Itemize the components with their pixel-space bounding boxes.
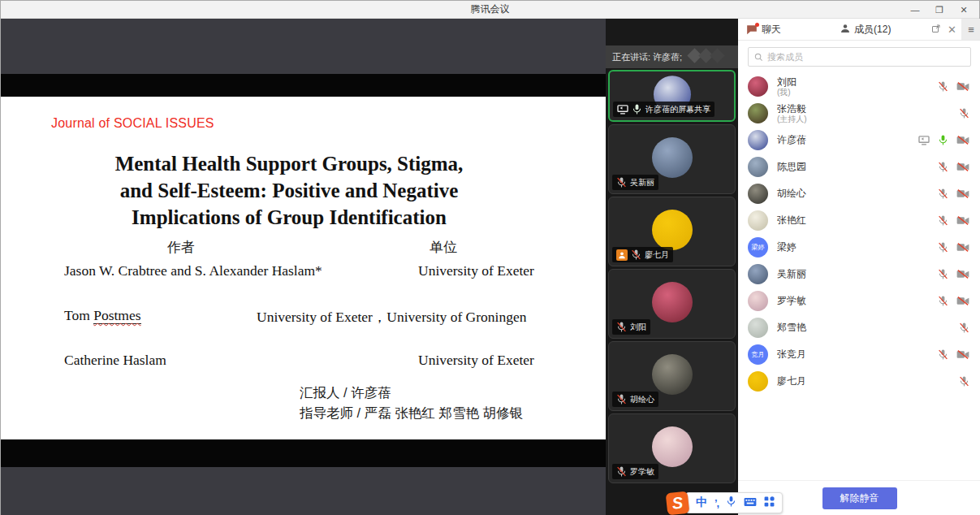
speaking-label: 正在讲话: 许彦蓓; (612, 51, 682, 63)
avatar (748, 210, 768, 231)
participant-chip-icon (616, 249, 628, 261)
misspelled-word: Postmes (93, 307, 140, 324)
unmute-button[interactable]: 解除静音 (822, 487, 897, 509)
member-row[interactable]: 张艳红 (738, 207, 980, 234)
members-icon (840, 24, 850, 36)
avatar: 梁婷 (748, 237, 768, 258)
member-row[interactable]: 罗学敏 (738, 288, 980, 314)
member-row[interactable]: 廖七月 (738, 368, 980, 395)
member-name: 郑雪艳 (777, 322, 959, 333)
participant-name: 许彦蓓的屏幕共享 (645, 104, 710, 115)
video-tile[interactable]: 刘阳 (608, 269, 736, 339)
avatar (652, 354, 693, 395)
mic-muted-icon (616, 393, 627, 405)
member-row[interactable]: 张浩毅(主持人) (738, 100, 980, 127)
slide-letterbox-top (1, 74, 606, 97)
ime-mic-icon[interactable] (726, 496, 736, 511)
popout-icon[interactable] (931, 22, 941, 37)
mic-muted-icon (616, 176, 627, 188)
member-row[interactable]: 吴新丽 (738, 261, 980, 288)
member-row[interactable]: 许彦蓓 (738, 127, 980, 154)
member-list: 刘阳(我)张浩毅(主持人)许彦蓓陈思园胡绘心张艳红梁婷梁婷吴新丽罗学敏郑雪艳竞月… (738, 71, 980, 480)
member-row[interactable]: 胡绘心 (738, 180, 980, 207)
camera-off-icon (956, 349, 969, 360)
ime-punctuation-icon[interactable]: ’, (714, 497, 719, 509)
tile-name-label: 吴新丽 (612, 175, 658, 190)
member-name: 张竞月 (777, 349, 938, 360)
tile-name-label: 胡绘心 (612, 392, 658, 407)
member-row[interactable]: 陈思园 (738, 154, 980, 180)
mic-muted-icon (938, 295, 948, 307)
member-status-icons (938, 161, 969, 173)
close-button[interactable]: ✕ (952, 1, 976, 19)
video-tile[interactable]: 胡绘心 (608, 341, 736, 411)
camera-off-icon (956, 269, 969, 279)
member-name: 刘阳 (777, 77, 938, 88)
video-tile[interactable]: 吴新丽 (608, 124, 736, 194)
member-status-icons (959, 375, 969, 387)
avatar (748, 264, 768, 284)
search-input[interactable] (767, 52, 965, 62)
slide-title-line3: Implications of Group Identification (21, 204, 557, 231)
slide-letterbox-bottom (1, 439, 606, 467)
video-thumbnail-column: 正在讲话: 许彦蓓; 许彦蓓的屏幕共享吴新丽廖七月刘阳胡绘心罗学敏 (606, 19, 738, 515)
presentation-slide: Journal of SOCIAL ISSUES Mental Health S… (1, 97, 606, 439)
video-tile[interactable]: 廖七月 (608, 197, 736, 266)
main-area: Journal of SOCIAL ISSUES Mental Health S… (1, 19, 980, 515)
ime-pill: 中 ’, (685, 492, 783, 513)
notification-dot (755, 23, 759, 27)
member-row[interactable]: 竞月张竞月 (738, 341, 980, 368)
panel-menu-button[interactable]: ≡ (961, 19, 980, 40)
sogou-logo-icon[interactable]: S (666, 491, 690, 515)
member-name: 罗学敏 (777, 296, 938, 306)
video-tile[interactable]: 许彦蓓的屏幕共享 (608, 70, 736, 122)
author-header: 作者 (167, 238, 195, 257)
panel-window-icons: ✕ (926, 19, 961, 40)
video-tile[interactable]: 罗学敏 (608, 413, 736, 483)
member-status-icons (938, 241, 969, 253)
tab-members[interactable]: 成员(12) (832, 19, 926, 40)
ime-toolbox-icon[interactable] (764, 496, 775, 510)
mic-muted-icon (938, 241, 948, 253)
meeting-window: 腾讯会议 — ❐ ✕ Journal of SOCIAL ISSUES Ment… (0, 0, 980, 515)
tab-chat[interactable]: 聊天 (738, 19, 832, 40)
mic-muted-icon (938, 80, 948, 93)
mic-icon (632, 103, 642, 115)
member-row[interactable]: 郑雪艳 (738, 314, 980, 341)
member-row[interactable]: 刘阳(我) (738, 73, 980, 100)
mic-muted-icon (616, 465, 627, 478)
tab-members-label: 成员(12) (854, 23, 891, 37)
mic-muted-icon (959, 107, 969, 119)
member-status-icons (918, 134, 969, 146)
camera-off-icon (956, 188, 969, 199)
member-status-icons (938, 295, 969, 307)
mic-muted-icon (938, 214, 948, 227)
minimize-button[interactable]: — (903, 1, 927, 19)
affiliation: University of Exeter，University of Groni… (257, 307, 526, 327)
member-status-icons (938, 214, 969, 227)
avatar (748, 371, 768, 392)
member-status-icons (959, 322, 969, 334)
member-name: 许彦蓓 (777, 135, 918, 145)
author-name: Jason W. Crabtree and S. Alexander Hasla… (64, 262, 322, 279)
ime-keyboard-icon[interactable] (744, 496, 757, 510)
member-name: 胡绘心 (777, 188, 938, 199)
member-name: 吴新丽 (777, 269, 938, 279)
tab-chat-label: 聊天 (762, 23, 781, 37)
member-status-icons (938, 80, 969, 93)
side-panel: 聊天 成员(12) ✕ ≡ (738, 19, 980, 515)
avatar (748, 76, 768, 97)
member-role: (主持人) (777, 115, 959, 123)
panel-close-icon[interactable]: ✕ (948, 24, 956, 36)
member-row[interactable]: 梁婷梁婷 (738, 234, 980, 261)
affiliation-header: 单位 (430, 238, 457, 257)
avatar (652, 210, 693, 250)
mic-muted-icon (938, 268, 948, 280)
ime-language-mode[interactable]: 中 (696, 496, 707, 510)
avatar (652, 282, 693, 322)
tile-name-label: 罗学敏 (612, 464, 658, 479)
restore-button[interactable]: ❐ (927, 1, 952, 19)
search-box[interactable] (748, 47, 971, 67)
camera-off-icon (956, 215, 969, 226)
avatar (652, 426, 693, 467)
